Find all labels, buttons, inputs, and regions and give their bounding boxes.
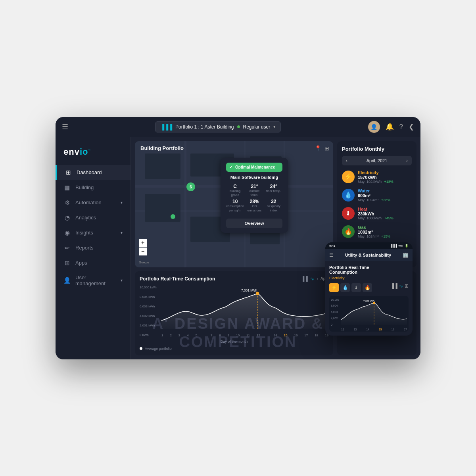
popup-header: ✓ Optimal Maintenance xyxy=(226,163,282,172)
mobile-status-bar: 9:41 ▐▐▐ wifi 🔋 xyxy=(325,242,413,249)
sidebar-item-insights[interactable]: ◉ Insights ▾ xyxy=(56,225,131,240)
gas-sub: May: 1024m² +15% xyxy=(358,234,412,238)
popup-overview-button[interactable]: Overview xyxy=(226,219,282,228)
mobile-tab-water[interactable]: 💧 xyxy=(340,283,350,292)
x-label: 1 xyxy=(161,334,163,337)
electricity-sub: May: 1024kWh +18% xyxy=(358,180,412,184)
bar-chart-icon[interactable]: ▐▐ xyxy=(301,276,308,282)
sidebar-item-automation[interactable]: ⚙ Automation ▾ xyxy=(56,195,131,210)
sidebar-item-building[interactable]: ▦ Building xyxy=(56,180,131,195)
sidebar-item-label: Reports xyxy=(75,245,94,251)
sidebar-item-dashboard[interactable]: ⊞ Dashboard xyxy=(56,165,131,180)
sidebar-item-apps[interactable]: ⊞ Apps xyxy=(56,255,131,271)
popup-metric-label: air quality index xyxy=(265,204,282,213)
prev-chart-icon[interactable]: ‹ xyxy=(317,276,318,282)
popup-metric-value: 28% xyxy=(246,199,263,204)
mobile-tab-electricity[interactable]: ⚡ xyxy=(329,283,339,292)
logo-text: envio~ xyxy=(63,147,91,157)
map-zoom-in[interactable]: + xyxy=(139,239,147,247)
collapse-icon[interactable]: ❮ xyxy=(409,123,414,131)
apps-icon: ⊞ xyxy=(63,259,71,267)
mobile-x-label: 17 xyxy=(404,328,407,331)
line-chart-icon[interactable]: ∿ xyxy=(310,276,314,282)
mobile-x-label-15: 15 xyxy=(379,328,382,331)
user-type-label: Regular user xyxy=(243,124,271,130)
x-label: 2 xyxy=(170,334,171,337)
y-label-5: 10,005 kWh xyxy=(140,286,157,289)
notification-icon[interactable]: 🔔 xyxy=(386,123,394,131)
popup-metric-value: 32 xyxy=(265,199,282,204)
popup-metric-2: 24° floor temp. xyxy=(265,184,282,198)
electricity-name: Electricity xyxy=(358,170,412,175)
mobile-utility-tabs: ⚡ 💧 🌡 🔥 ▐▐ ∿ ⊞ xyxy=(329,283,409,292)
check-icon: ✓ xyxy=(229,165,233,170)
mobile-content: Portfolio Real-TimeConsumption Electrici… xyxy=(325,261,413,336)
hamburger-icon[interactable]: ☰ xyxy=(62,123,68,131)
popup-metric-label: floor temp. xyxy=(265,189,282,193)
prev-month-arrow[interactable]: ‹ xyxy=(346,158,347,163)
map-marker-green1[interactable] xyxy=(171,214,175,219)
chevron-icon: ▾ xyxy=(121,278,123,282)
mobile-tab-gas[interactable]: 🔥 xyxy=(363,283,372,292)
popup-metric-3: 10 consumption per sq/m xyxy=(226,199,244,213)
x-axis-labels: 1 2 3 4 5 7 8 9 10 11 12 xyxy=(161,334,328,337)
sidebar-item-label: Apps xyxy=(75,260,87,266)
svg-text:7,001 kWh: 7,001 kWh xyxy=(241,288,257,292)
mobile-building-icon: 🏢 xyxy=(403,252,409,258)
map-google-label: Google xyxy=(139,261,149,264)
sidebar-item-reports[interactable]: ✏ Reports xyxy=(56,240,131,255)
sidebar-item-label: Building xyxy=(75,184,94,190)
map-section: Building Portfolio 📍 ⊞ xyxy=(135,141,333,267)
reports-icon: ✏ xyxy=(63,244,71,251)
map-marker-6[interactable]: 6 xyxy=(186,182,195,191)
metric-heat: 🌡 Heat 230kWh May: 1000kWh +45% xyxy=(342,207,412,220)
automation-icon: ⚙ xyxy=(63,199,71,206)
sidebar-item-label: Dashboard xyxy=(77,169,102,175)
heat-icon: 🌡 xyxy=(342,207,355,220)
metric-gas: 🔥 Gas 1002m³ May: 1024m² +15% xyxy=(342,225,412,238)
popup-metric-0: C building grade xyxy=(226,184,244,198)
x-label: 8 xyxy=(219,334,221,337)
mobile-wifi-icon: wifi xyxy=(398,244,403,248)
mobile-y-label: 10,005 xyxy=(331,298,339,301)
mobile-chart-line-icon[interactable]: ∿ xyxy=(399,283,403,292)
mobile-chart-grid-icon[interactable]: ⊞ xyxy=(405,283,409,292)
map-controls: + − xyxy=(139,239,147,255)
map-pin-icon: 📍 xyxy=(315,145,321,152)
mobile-y-label: 8,004 xyxy=(331,304,339,307)
mobile-tab-heat[interactable]: 🌡 xyxy=(351,283,361,292)
sidebar-item-label: Insights xyxy=(75,230,93,236)
mobile-chart-area: 10,005 8,004 6,003 4,002 0 xyxy=(329,296,409,332)
x-axis-title: Day of the month xyxy=(140,340,328,344)
map-zoom-out[interactable]: − xyxy=(139,248,147,255)
sidebar-item-analytics[interactable]: ◔ Analytics xyxy=(56,210,131,225)
mobile-x-axis: 11 13 14 15 16 17 xyxy=(341,328,407,331)
mobile-menu-icon[interactable]: ☰ xyxy=(329,252,334,258)
heat-sub: May: 1000kWh +45% xyxy=(358,216,412,220)
map-grid-icon: ⊞ xyxy=(324,145,329,152)
mobile-x-label: 14 xyxy=(366,328,369,331)
popup-metric-label: outside temp. xyxy=(246,189,263,198)
chart-section: Portfolio Real-Time Consumption ▐▐ ∿ ‹ A… xyxy=(135,271,333,355)
top-bar: ☰ ▐▐▐ Portfolio 1 : 1 Aster Building Reg… xyxy=(56,117,420,137)
water-change: +28% xyxy=(381,198,390,202)
mobile-x-label: 16 xyxy=(392,328,395,331)
mobile-status-icons: ▐▐▐ wifi 🔋 xyxy=(390,244,409,248)
x-label-15: 15 xyxy=(284,334,288,337)
portfolio-monthly-title: Portfolio Monthly xyxy=(342,146,412,152)
x-label: 16 xyxy=(294,334,298,337)
y-axis-labels: 10,005 kWh 8,004 kWh 6,003 kWh 4,002 kWh… xyxy=(140,286,157,337)
chevron-icon: ▾ xyxy=(121,200,123,205)
gas-change: +15% xyxy=(381,234,390,238)
mobile-chart-bar-icon[interactable]: ▐▐ xyxy=(391,283,397,292)
sidebar-item-user-management[interactable]: 👤 User management ▾ xyxy=(56,271,131,290)
help-icon[interactable]: ? xyxy=(399,123,403,131)
portfolio-badge[interactable]: ▐▐▐ Portfolio 1 : 1 Aster Building Regul… xyxy=(155,121,281,132)
avatar[interactable]: 👤 xyxy=(368,121,380,133)
water-sub: May: 1024m² +28% xyxy=(358,198,412,202)
dashboard-icon: ⊞ xyxy=(65,169,72,176)
x-label: 18 xyxy=(315,334,318,337)
map-background: 6 4 ✓ Optimal Maintenance Main So xyxy=(135,141,333,267)
next-month-arrow[interactable]: › xyxy=(406,158,408,163)
metric-water: 💧 Water 600m³ May: 1024m² +28% xyxy=(342,188,412,202)
